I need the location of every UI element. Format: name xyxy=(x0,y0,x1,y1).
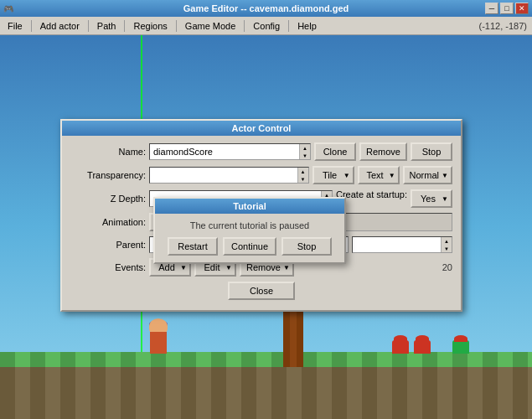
zdepth-buttons: Create at startup: Yes xyxy=(336,189,452,208)
enemy-3 xyxy=(452,340,469,354)
transparency-spin-down[interactable]: ▼ xyxy=(298,175,308,183)
tutorial-message: The current tutorial is paused xyxy=(155,214,344,237)
create-startup-label: Create at startup: xyxy=(336,189,407,208)
path-spin-up[interactable]: ▲ xyxy=(442,237,452,245)
close-button-dialog[interactable]: Close xyxy=(228,282,295,300)
continue-button[interactable]: Continue xyxy=(223,237,276,256)
menu-separator xyxy=(31,20,32,32)
transparency-row: Transparency: ▲ ▼ Tile Text Normal xyxy=(70,166,452,184)
yes-button[interactable]: Yes xyxy=(411,189,452,208)
menu-separator-5 xyxy=(244,20,245,32)
name-spinner: ▲ ▼ xyxy=(299,144,310,159)
tutorial-title: Tutorial xyxy=(155,199,344,214)
stop-button-tutorial[interactable]: Stop xyxy=(281,237,332,256)
name-row: Name: ▲ ▼ Clone Remove Stop xyxy=(70,142,452,161)
text-button[interactable]: Text xyxy=(358,166,400,184)
menu-separator-2 xyxy=(88,20,89,32)
game-canvas: Actor Control Name: ▲ ▼ Clone Remove Sto… xyxy=(0,35,532,419)
name-spin-down[interactable]: ▼ xyxy=(300,152,310,159)
dialog-title: Actor Control xyxy=(62,121,461,136)
tile-button[interactable]: Tile xyxy=(312,166,354,184)
close-button[interactable]: ✕ xyxy=(515,3,529,14)
menu-file[interactable]: File xyxy=(0,17,30,34)
enemy-2 xyxy=(414,340,431,354)
menu-separator-6 xyxy=(288,20,289,32)
character-body xyxy=(150,332,167,354)
transparency-buttons: Tile Text Normal xyxy=(312,166,452,184)
name-label: Name: xyxy=(70,147,146,157)
player-character xyxy=(147,318,170,354)
menu-separator-4 xyxy=(176,20,177,32)
parent-label: Parent: xyxy=(70,240,146,250)
path-spin-down[interactable]: ▼ xyxy=(442,245,452,252)
window-title: Game Editor -- caveman.diamond.ged xyxy=(183,3,349,13)
stop-button-top[interactable]: Stop xyxy=(411,142,452,161)
clone-button[interactable]: Clone xyxy=(314,142,356,161)
ground-dirt xyxy=(0,367,532,419)
ground xyxy=(0,352,532,419)
minimize-button[interactable]: ─ xyxy=(485,3,498,14)
name-spin-up[interactable]: ▲ xyxy=(300,144,310,152)
maximize-button[interactable]: □ xyxy=(500,3,514,14)
menu-bar: File Add actor Path Regions Game Mode Co… xyxy=(0,17,532,35)
menu-config[interactable]: Config xyxy=(245,17,287,34)
tutorial-popup: Tutorial The current tutorial is paused … xyxy=(153,197,346,264)
restart-button[interactable]: Restart xyxy=(168,237,218,256)
menu-separator-3 xyxy=(124,20,125,32)
close-row: Close xyxy=(70,282,452,303)
app-icon: 🎮 xyxy=(3,4,13,13)
animation-label: Animation: xyxy=(70,217,146,227)
normal-button[interactable]: Normal xyxy=(403,166,452,184)
menu-regions[interactable]: Regions xyxy=(126,17,174,34)
title-bar: 🎮 Game Editor -- caveman.diamond.ged ─ □… xyxy=(0,0,532,17)
transparency-input[interactable] xyxy=(150,168,297,183)
window-controls: ─ □ ✕ xyxy=(485,3,529,14)
remove-button[interactable]: Remove xyxy=(359,142,407,161)
name-input[interactable] xyxy=(150,144,299,159)
path-spinner: ▲ ▼ xyxy=(441,237,452,252)
path-input-container: ▲ ▼ xyxy=(352,236,452,253)
menu-add-actor[interactable]: Add actor xyxy=(33,17,87,34)
name-input-container: ▲ ▼ xyxy=(149,143,311,160)
coordinates: (-112, -187) xyxy=(479,21,532,31)
transparency-input-container: ▲ ▼ xyxy=(149,167,309,184)
transparency-spinner: ▲ ▼ xyxy=(297,168,308,183)
transparency-spin-up[interactable]: ▲ xyxy=(298,168,308,175)
enemy-1 xyxy=(392,340,409,354)
ground-grass xyxy=(0,352,532,367)
events-count: 20 xyxy=(442,262,452,272)
zdepth-label: Z Depth: xyxy=(70,194,146,204)
tutorial-buttons: Restart Continue Stop xyxy=(155,237,344,256)
path-input[interactable] xyxy=(353,237,441,252)
transparency-label: Transparency: xyxy=(70,170,146,180)
events-label: Events: xyxy=(70,262,146,272)
menu-path[interactable]: Path xyxy=(90,17,124,34)
menu-game-mode[interactable]: Game Mode xyxy=(178,17,244,34)
name-buttons: Clone Remove Stop xyxy=(314,142,452,161)
menu-help[interactable]: Help xyxy=(290,17,324,34)
